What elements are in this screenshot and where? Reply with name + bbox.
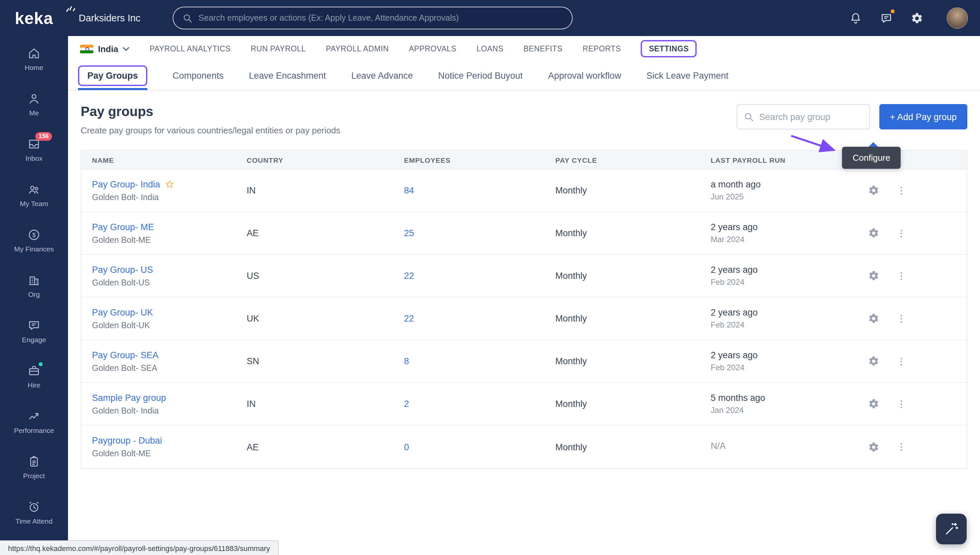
sidebar-item-hire[interactable]: Hire bbox=[0, 354, 68, 399]
hire-briefcase-icon bbox=[27, 364, 41, 377]
employee-count-link[interactable]: 2 bbox=[404, 399, 555, 409]
sidebar-item-project[interactable]: Project bbox=[0, 444, 68, 489]
logo-spark-icon bbox=[66, 4, 76, 12]
module-nav: India PAYROLL ANALYTICS RUN PAYROLL PAYR… bbox=[68, 36, 980, 61]
kebab-menu-icon[interactable] bbox=[895, 226, 908, 240]
magic-wand-fab[interactable] bbox=[936, 514, 967, 544]
configure-gear-icon[interactable] bbox=[866, 184, 880, 197]
nav-loans[interactable]: LOANS bbox=[476, 45, 504, 53]
kebab-menu-icon[interactable] bbox=[895, 312, 908, 325]
add-pay-group-button[interactable]: + Add Pay group bbox=[879, 104, 967, 130]
keka-logo[interactable]: keka bbox=[0, 8, 68, 28]
team-icon bbox=[27, 183, 41, 196]
pay-cycle: Monthly bbox=[555, 313, 711, 324]
employee-count-link[interactable]: 22 bbox=[404, 313, 555, 324]
nav-benefits[interactable]: BENEFITS bbox=[523, 45, 562, 53]
legal-entity: Golden Bolt-ME bbox=[92, 449, 247, 458]
sidebar-item-my-team[interactable]: My Team bbox=[0, 172, 68, 217]
configure-gear-icon[interactable] bbox=[866, 269, 880, 282]
country-label: India bbox=[98, 44, 118, 54]
notifications-bell-icon[interactable] bbox=[848, 11, 863, 25]
global-search-input[interactable] bbox=[198, 13, 562, 23]
global-search[interactable] bbox=[172, 7, 572, 29]
sidebar-item-inbox[interactable]: 156 Inbox bbox=[0, 127, 68, 172]
table-row[interactable]: Pay Group- SEA Golden Bolt- SEA SN 8 Mon… bbox=[82, 340, 967, 383]
subnav-approval-workflow[interactable]: Approval workflow bbox=[548, 61, 621, 90]
configure-gear-icon[interactable] bbox=[866, 312, 880, 325]
subnav-components[interactable]: Components bbox=[173, 61, 224, 90]
paygroup-link[interactable]: Pay Group- India bbox=[92, 179, 160, 189]
sidebar-label: Engage bbox=[22, 335, 46, 343]
paygroup-link[interactable]: Paygroup - Dubai bbox=[92, 436, 162, 446]
star-icon[interactable] bbox=[165, 179, 175, 189]
paygroup-link[interactable]: Sample Pay group bbox=[92, 393, 166, 403]
table-row[interactable]: Paygroup - Dubai Golden Bolt-ME AE 0 Mon… bbox=[82, 425, 967, 468]
pay-cycle: Monthly bbox=[555, 442, 711, 452]
nav-reports[interactable]: REPORTS bbox=[583, 45, 621, 53]
project-clipboard-icon bbox=[27, 455, 41, 468]
clock-icon bbox=[27, 500, 41, 513]
paygroup-link[interactable]: Pay Group- SEA bbox=[92, 350, 159, 360]
subnav-notice-period-buyout[interactable]: Notice Period Buyout bbox=[438, 61, 523, 90]
last-run-date: Feb 2024 bbox=[711, 278, 866, 287]
sidebar-item-org[interactable]: Org bbox=[0, 263, 68, 308]
table-row[interactable]: Pay Group- ME Golden Bolt-ME AE 25 Month… bbox=[82, 212, 967, 255]
employee-count-link[interactable]: 0 bbox=[404, 442, 555, 452]
sidebar-item-me[interactable]: Me bbox=[0, 82, 68, 127]
legal-entity: Golden Bolt-ME bbox=[92, 235, 247, 244]
paygroup-link[interactable]: Pay Group- US bbox=[92, 265, 153, 274]
kebab-menu-icon[interactable] bbox=[895, 354, 908, 368]
settings-gear-icon[interactable] bbox=[909, 11, 924, 25]
paygroup-link[interactable]: Pay Group- UK bbox=[92, 307, 153, 317]
nav-payroll-analytics[interactable]: PAYROLL ANALYTICS bbox=[150, 45, 231, 53]
table-row[interactable]: Pay Group- US Golden Bolt-US US 22 Month… bbox=[82, 255, 967, 297]
paygroup-search[interactable] bbox=[737, 104, 870, 130]
subnav-leave-encashment[interactable]: Leave Encashment bbox=[249, 61, 326, 90]
nav-run-payroll[interactable]: RUN PAYROLL bbox=[251, 45, 306, 53]
kebab-menu-icon[interactable] bbox=[895, 397, 908, 411]
kebab-menu-icon[interactable] bbox=[895, 269, 908, 282]
tooltip-text: Configure bbox=[853, 153, 890, 163]
svg-text:$: $ bbox=[32, 231, 36, 238]
kebab-menu-icon[interactable] bbox=[895, 440, 908, 454]
configure-gear-icon[interactable] bbox=[866, 226, 880, 240]
configure-gear-icon[interactable] bbox=[866, 440, 880, 454]
legal-entity: Golden Bolt- India bbox=[92, 406, 247, 415]
configure-gear-icon[interactable] bbox=[866, 397, 880, 411]
pay-cycle: Monthly bbox=[555, 185, 711, 196]
table-row[interactable]: Sample Pay group Golden Bolt- India IN 2… bbox=[82, 383, 967, 425]
kebab-menu-icon[interactable] bbox=[895, 184, 908, 197]
country-selector[interactable]: India bbox=[75, 41, 135, 56]
country-code: SN bbox=[247, 356, 404, 366]
employee-count-link[interactable]: 84 bbox=[404, 185, 555, 196]
sidebar-item-my-finances[interactable]: $ My Finances bbox=[0, 217, 68, 263]
sidebar-item-performance[interactable]: Performance bbox=[0, 399, 68, 444]
paygroup-search-input[interactable] bbox=[759, 112, 863, 122]
company-name: Darksiders Inc bbox=[79, 13, 140, 23]
nav-approvals[interactable]: APPROVALS bbox=[409, 45, 456, 53]
nav-settings[interactable]: SETTINGS bbox=[641, 40, 697, 57]
announcements-chat-icon[interactable] bbox=[879, 11, 893, 25]
sidebar-item-engage[interactable]: Engage bbox=[0, 308, 68, 354]
legal-entity: Golden Bolt-UK bbox=[92, 321, 247, 330]
subnav-leave-advance[interactable]: Leave Advance bbox=[351, 61, 413, 90]
legal-entity: Golden Bolt-US bbox=[92, 278, 247, 287]
employee-count-link[interactable]: 22 bbox=[404, 271, 555, 281]
sidebar-item-home[interactable]: Home bbox=[0, 36, 68, 82]
sidebar-item-time-attend[interactable]: Time Attend bbox=[0, 489, 68, 535]
table-row[interactable]: Pay Group- UK Golden Bolt-UK UK 22 Month… bbox=[82, 297, 967, 340]
nav-payroll-admin[interactable]: PAYROLL ADMIN bbox=[326, 45, 389, 53]
sidebar-label: Me bbox=[29, 108, 39, 116]
india-flag-icon bbox=[80, 44, 93, 53]
configure-gear-icon[interactable] bbox=[866, 354, 880, 368]
table-row[interactable]: Pay Group- India Golden Bolt- India IN 8… bbox=[82, 169, 967, 212]
employee-count-link[interactable]: 25 bbox=[404, 228, 555, 238]
topbar-actions bbox=[848, 7, 980, 29]
subnav-pay-groups[interactable]: Pay Groups bbox=[78, 61, 147, 90]
paygroup-link[interactable]: Pay Group- ME bbox=[92, 222, 154, 232]
finances-icon: $ bbox=[27, 228, 41, 241]
employee-count-link[interactable]: 8 bbox=[404, 356, 555, 366]
sidebar-label: My Team bbox=[20, 199, 48, 207]
subnav-sick-leave-payment[interactable]: Sick Leave Payment bbox=[646, 61, 728, 90]
user-avatar[interactable] bbox=[946, 7, 968, 29]
